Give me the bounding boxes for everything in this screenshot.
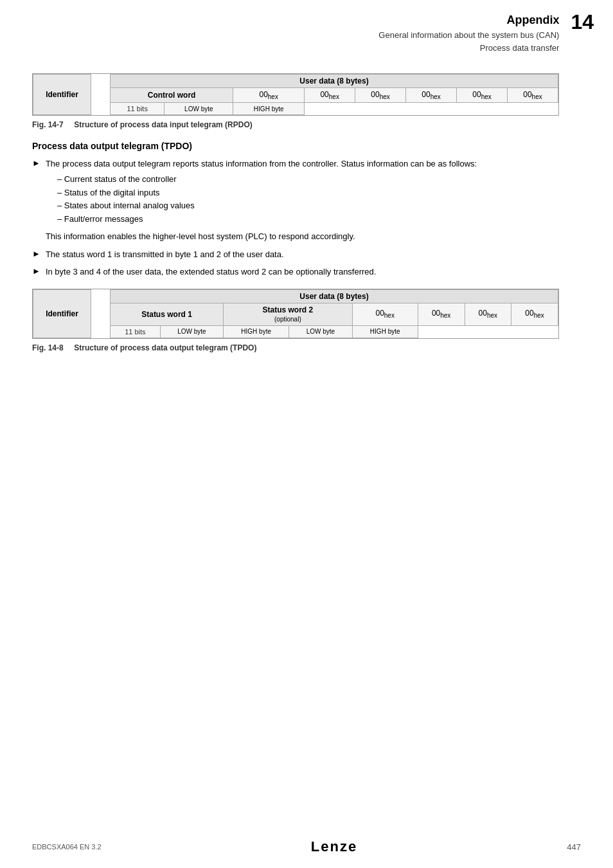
identifier-header2: Identifier: [33, 289, 91, 338]
high-byte-label: HIGH byte: [233, 103, 305, 115]
hex3: 00hex: [355, 88, 406, 103]
bullet-arrow-3: ►: [32, 266, 40, 276]
hex1: 00hex: [233, 88, 305, 103]
header-subtitle1: General information about the system bus…: [378, 29, 559, 42]
hex2-3: 00hex: [465, 303, 511, 325]
high-byte2-label: HIGH byte: [352, 325, 418, 338]
user-data-header2: User data (8 bytes): [111, 289, 558, 303]
sub-item-2: Status of the digital inputs: [46, 186, 477, 200]
status-word2-header: Status word 2 (optional): [224, 303, 353, 325]
bullet-text-1: The process data output telegram reports…: [46, 158, 477, 242]
bullet-item-1: ► The process data output telegram repor…: [32, 158, 581, 242]
status-word1-header: Status word 1: [111, 303, 224, 325]
bullet-list: ► The process data output telegram repor…: [32, 158, 581, 278]
footer-doc-id: EDBCSXA064 EN 3.2: [32, 843, 102, 851]
page-footer: EDBCSXA064 EN 3.2 Lenze 447: [0, 838, 613, 855]
figure2-container: Identifier User data (8 bytes) Status wo…: [32, 289, 581, 352]
hex2: 00hex: [305, 88, 355, 103]
hex6: 00hex: [507, 88, 558, 103]
sub-list: Current status of the controller Status …: [46, 173, 477, 226]
bullet-arrow-1: ►: [32, 158, 40, 168]
page-header: Appendix General information about the s…: [0, 0, 613, 54]
spacer2: [91, 289, 111, 338]
sub-item-4: Fault/error messages: [46, 213, 477, 226]
identifier-bits: 11 bits: [111, 103, 164, 115]
hex2-1: 00hex: [352, 303, 418, 325]
figure2-caption: Fig. 14-8 Structure of process data outp…: [32, 343, 581, 352]
bullet-item-3: ► In byte 3 and 4 of the user data, the …: [32, 266, 581, 278]
empty-spacer: [305, 103, 558, 115]
user-data-header: User data (8 bytes): [111, 75, 558, 88]
tpdo-table: Identifier User data (8 bytes) Status wo…: [33, 289, 558, 338]
figure1-caption: Fig. 14-7 Structure of process data inpu…: [32, 120, 581, 129]
sub-item-3: States about internal analog values: [46, 199, 477, 213]
spacer1: [91, 75, 111, 115]
figure1-container: Identifier User data (8 bytes) Control w…: [32, 73, 581, 129]
footer-page-number: 447: [567, 842, 581, 852]
low-byte2-label: LOW byte: [289, 325, 352, 338]
chapter-number: 14: [571, 12, 594, 32]
bullet-item-2: ► The status word 1 is transmitted in by…: [32, 248, 581, 261]
sub-item-1: Current status of the controller: [46, 173, 477, 186]
page-content: Identifier User data (8 bytes) Control w…: [0, 54, 613, 383]
figure1-diagram: Identifier User data (8 bytes) Control w…: [32, 73, 559, 116]
bullet-continuation: This information enables the higher-leve…: [46, 230, 477, 243]
footer-logo: Lenze: [311, 838, 357, 855]
figure2-diagram: Identifier User data (8 bytes) Status wo…: [32, 289, 559, 339]
bullet-arrow-2: ►: [32, 249, 40, 258]
identifier-header: Identifier: [33, 75, 91, 115]
page: Appendix General information about the s…: [0, 0, 613, 868]
section-heading: Process data output telegram (TPDO): [32, 141, 581, 151]
hex2-2: 00hex: [418, 303, 465, 325]
bullet-text-3: In byte 3 and 4 of the user data, the ex…: [46, 266, 377, 278]
header-subtitle2: Process data transfer: [378, 42, 559, 55]
hex2-4: 00hex: [511, 303, 558, 325]
control-word-header: Control word: [111, 88, 233, 103]
hex4: 00hex: [406, 88, 457, 103]
low-byte-label: LOW byte: [164, 103, 233, 115]
identifier-bits2: 11 bits: [111, 325, 161, 338]
header-titles: Appendix General information about the s…: [378, 12, 559, 54]
header-appendix: Appendix: [378, 12, 559, 29]
empty-spacer2: [418, 325, 558, 338]
rpdo-table: Identifier User data (8 bytes) Control w…: [33, 74, 558, 115]
hex5: 00hex: [457, 88, 508, 103]
bullet-text-2: The status word 1 is transmitted in byte…: [46, 248, 284, 261]
high-byte-label2: HIGH byte: [224, 325, 289, 338]
low-byte-label2: LOW byte: [160, 325, 223, 338]
